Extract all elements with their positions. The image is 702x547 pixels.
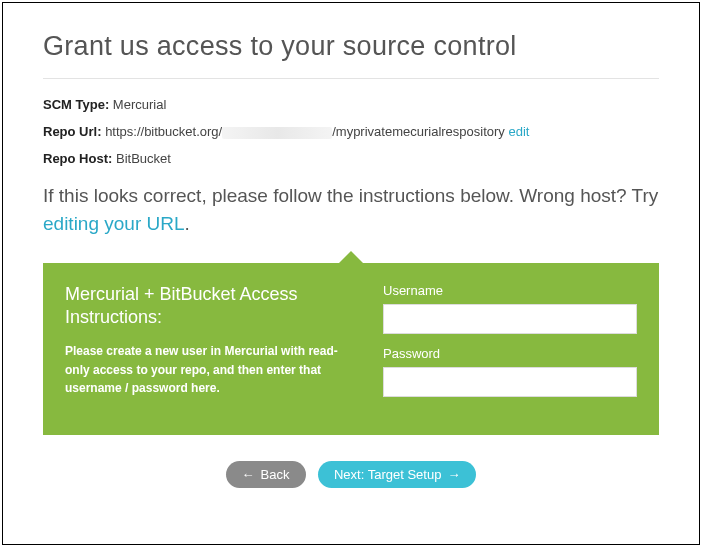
editing-url-link[interactable]: editing your URL bbox=[43, 213, 185, 234]
repo-url-prefix: https://bitbucket.org/ bbox=[105, 124, 222, 139]
repo-url-label: Repo Url: bbox=[43, 124, 102, 139]
access-panel: Mercurial + BitBucket Access Instruction… bbox=[43, 263, 659, 435]
arrow-left-icon: ← bbox=[242, 468, 255, 481]
redacted-segment bbox=[222, 127, 332, 139]
page-title: Grant us access to your source control bbox=[43, 31, 659, 62]
panel-body-container: Mercurial + BitBucket Access Instruction… bbox=[43, 263, 659, 435]
username-input[interactable] bbox=[383, 304, 637, 334]
panel-form: Username Password bbox=[383, 283, 637, 409]
edit-url-link[interactable]: edit bbox=[509, 124, 530, 139]
password-label: Password bbox=[383, 346, 637, 361]
repo-host-label: Repo Host: bbox=[43, 151, 112, 166]
panel-title: Mercurial + BitBucket Access Instruction… bbox=[65, 283, 355, 328]
username-label: Username bbox=[383, 283, 637, 298]
divider bbox=[43, 78, 659, 79]
instructions-text: If this looks correct, please follow the… bbox=[43, 182, 659, 237]
instructions-part-b: . bbox=[185, 213, 190, 234]
page-container: Grant us access to your source control S… bbox=[2, 2, 700, 545]
next-button-label: Next: Target Setup bbox=[334, 468, 441, 481]
button-row: ← Back Next: Target Setup → bbox=[43, 461, 659, 488]
repo-url-suffix: /myprivatemecurialrespository bbox=[332, 124, 505, 139]
back-button[interactable]: ← Back bbox=[226, 461, 306, 488]
instructions-part-a: If this looks correct, please follow the… bbox=[43, 185, 658, 206]
repo-url-row: Repo Url: https://bitbucket.org//mypriva… bbox=[43, 124, 659, 139]
password-input[interactable] bbox=[383, 367, 637, 397]
repo-host-value: BitBucket bbox=[116, 151, 171, 166]
scm-type-value: Mercurial bbox=[113, 97, 166, 112]
panel-arrow-icon bbox=[339, 251, 363, 263]
back-button-label: Back bbox=[261, 468, 290, 481]
username-field: Username bbox=[383, 283, 637, 334]
panel-instruction-text: Please create a new user in Mercurial wi… bbox=[65, 342, 355, 398]
scm-type-label: SCM Type: bbox=[43, 97, 109, 112]
repo-url-value: https://bitbucket.org//myprivatemecurial… bbox=[105, 124, 508, 139]
next-button[interactable]: Next: Target Setup → bbox=[318, 461, 476, 488]
password-field: Password bbox=[383, 346, 637, 397]
scm-type-row: SCM Type: Mercurial bbox=[43, 97, 659, 112]
panel-instructions: Mercurial + BitBucket Access Instruction… bbox=[65, 283, 355, 409]
repo-host-row: Repo Host: BitBucket bbox=[43, 151, 659, 166]
arrow-right-icon: → bbox=[447, 468, 460, 481]
